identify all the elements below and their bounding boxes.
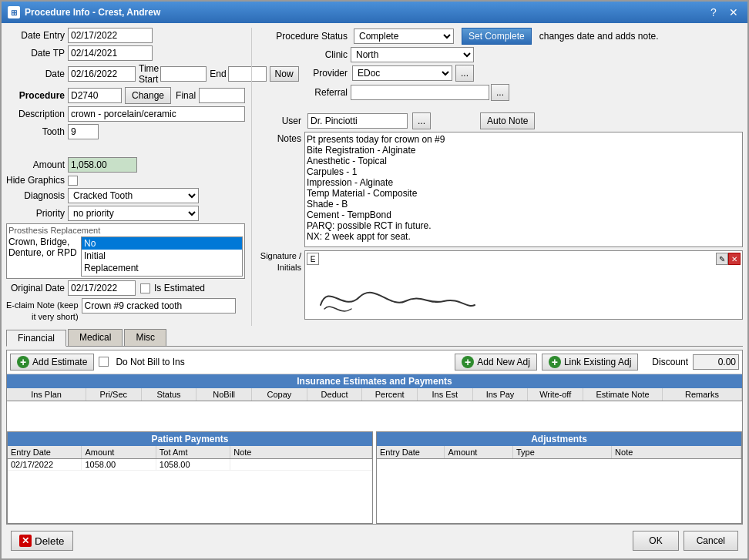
- user-row: User ... Auto Note: [258, 112, 743, 129]
- eclaim-note-input[interactable]: [82, 298, 236, 314]
- prosthesis-row: Crown, Bridge,Denture, or RPD No Initial…: [8, 236, 243, 277]
- ok-button[interactable]: OK: [633, 531, 678, 551]
- ins-table-body[interactable]: [7, 401, 742, 431]
- prosthesis-box: Prosthesis Replacement Crown, Bridge,Den…: [6, 223, 245, 279]
- time-start-input[interactable]: [160, 66, 207, 82]
- tooth-row: Tooth: [6, 124, 245, 139]
- procedure-label: Procedure: [6, 90, 68, 101]
- amount-input[interactable]: [68, 157, 137, 173]
- set-complete-button[interactable]: Set Complete: [462, 28, 532, 45]
- tooth-input[interactable]: [68, 124, 99, 139]
- provider-row: Provider EDoc ...: [258, 65, 743, 82]
- signature-box: E ✎ ✕: [304, 250, 743, 320]
- provider-label: Provider: [258, 68, 351, 79]
- add-new-adj-button[interactable]: + Add New Adj: [455, 354, 537, 371]
- procedure-status-label: Procedure Status: [258, 31, 351, 42]
- th-estimate-note: Estimate Note: [583, 388, 663, 401]
- procedure-status-row: Procedure Status Complete Set Complete c…: [258, 28, 743, 45]
- description-row: Description: [6, 106, 245, 122]
- top-section: Date Entry Date TP Date Time Start End: [6, 28, 743, 326]
- is-estimated-checkbox[interactable]: [140, 283, 150, 293]
- referral-input[interactable]: [351, 85, 489, 100]
- title-bar: ⊞ Procedure Info - Crest, Andrew ? ✕: [2, 2, 747, 23]
- pp-th-entry-date: Entry Date: [8, 446, 82, 458]
- signature-area: E ✎ ✕: [304, 250, 743, 320]
- date-entry-input[interactable]: [68, 28, 153, 43]
- th-nobill: NoBill: [196, 388, 252, 401]
- eclaim-note-label: E-claim Note (keepit very short): [6, 298, 82, 324]
- signature-label: Signature /Initials: [258, 250, 304, 274]
- original-date-input[interactable]: [68, 280, 136, 296]
- user-button[interactable]: ...: [412, 112, 431, 129]
- prosthesis-title: Prosthesis Replacement: [8, 226, 243, 235]
- is-estimated-label: Is Estimated: [154, 283, 205, 293]
- delete-button[interactable]: ✕ Delete: [11, 531, 73, 551]
- main-window: ⊞ Procedure Info - Crest, Andrew ? ✕ Dat…: [0, 0, 749, 560]
- sig-clear-button[interactable]: ✕: [728, 253, 741, 265]
- add-estimate-button[interactable]: + Add Estimate: [10, 354, 94, 371]
- tab-financial[interactable]: Financial: [6, 330, 66, 347]
- date-tp-input[interactable]: [68, 45, 153, 61]
- procedure-row: Procedure Change Final: [6, 87, 245, 104]
- close-button[interactable]: ✕: [726, 5, 741, 20]
- th-deduct: Deduct: [307, 388, 363, 401]
- pp-th-amount: Amount: [82, 446, 156, 458]
- provider-button[interactable]: ...: [455, 65, 474, 82]
- priority-select[interactable]: no priority: [68, 206, 199, 221]
- pp-col-headers: Entry Date Amount Tot Amt Note: [8, 446, 372, 459]
- adj-col-headers: Entry Date Amount Type Note: [377, 446, 741, 459]
- eclaim-note-row: E-claim Note (keepit very short): [6, 298, 245, 324]
- description-input[interactable]: [68, 106, 245, 122]
- tab-medical[interactable]: Medical: [68, 329, 123, 346]
- footer-right: OK Cancel: [633, 531, 738, 551]
- link-existing-adj-button[interactable]: + Link Existing Adj: [542, 354, 638, 371]
- th-ins-pay: Ins Pay: [473, 388, 529, 401]
- adj-table-body[interactable]: [377, 459, 741, 523]
- clinic-select[interactable]: North: [351, 47, 474, 62]
- adj-th-type: Type: [513, 446, 612, 458]
- user-input[interactable]: [307, 113, 408, 129]
- user-label: User: [258, 116, 304, 126]
- discount-label: Discount: [652, 357, 688, 367]
- prosthesis-replacement[interactable]: Replacement: [82, 262, 242, 274]
- notes-textarea[interactable]: Pt presents today for crown on #9 Bite R…: [304, 132, 743, 247]
- provider-select[interactable]: EDoc: [352, 65, 452, 81]
- bottom-tables: Patient Payments Entry Date Amount Tot A…: [7, 431, 742, 524]
- pp-th-tot-amt: Tot Amt: [156, 446, 230, 458]
- amount-label: Amount: [6, 159, 68, 170]
- pp-th-note: Note: [230, 446, 372, 458]
- th-copay: Copay: [252, 388, 307, 401]
- diagnosis-row: Diagnosis Cracked Tooth: [6, 188, 245, 203]
- priority-label: Priority: [6, 208, 68, 219]
- financial-toolbar: + Add Estimate Do Not Bill to Ins + Add …: [7, 350, 742, 374]
- date-label: Date: [6, 69, 68, 79]
- pp-table-body[interactable]: 02/17/2022 1058.00 1058.00: [8, 459, 372, 523]
- cancel-button[interactable]: Cancel: [684, 531, 738, 551]
- clinic-row: Clinic North: [258, 47, 743, 62]
- date-row: Date Time Start End Now: [6, 63, 245, 85]
- final-input[interactable]: [199, 88, 245, 103]
- prosthesis-no[interactable]: No: [82, 237, 242, 250]
- change-button[interactable]: Change: [125, 87, 171, 104]
- referral-button[interactable]: ...: [491, 84, 509, 101]
- diagnosis-select[interactable]: Cracked Tooth: [68, 188, 199, 203]
- discount-input[interactable]: [693, 354, 739, 370]
- procedure-input[interactable]: [68, 88, 122, 103]
- tab-misc[interactable]: Misc: [124, 329, 166, 346]
- hide-graphics-checkbox[interactable]: [68, 176, 78, 186]
- th-remarks: Remarks: [663, 388, 742, 401]
- prosthesis-initial[interactable]: Initial: [82, 250, 242, 262]
- pp-tot-amt: 1058.00: [156, 459, 230, 470]
- adj-th-entry-date: Entry Date: [377, 446, 445, 458]
- date-input[interactable]: [68, 66, 136, 82]
- help-button[interactable]: ?: [706, 5, 721, 20]
- auto-note-button[interactable]: Auto Note: [480, 112, 535, 129]
- procedure-status-select[interactable]: Complete: [354, 29, 454, 44]
- do-not-bill-checkbox[interactable]: [99, 357, 109, 367]
- prosthesis-list[interactable]: No Initial Replacement: [81, 236, 243, 277]
- end-label: End: [210, 69, 226, 79]
- tooth-label: Tooth: [6, 126, 68, 137]
- content-area: Date Entry Date TP Date Time Start End: [2, 23, 747, 558]
- sig-edit-button[interactable]: ✎: [716, 253, 728, 265]
- left-panel: Date Entry Date TP Date Time Start End: [6, 28, 245, 326]
